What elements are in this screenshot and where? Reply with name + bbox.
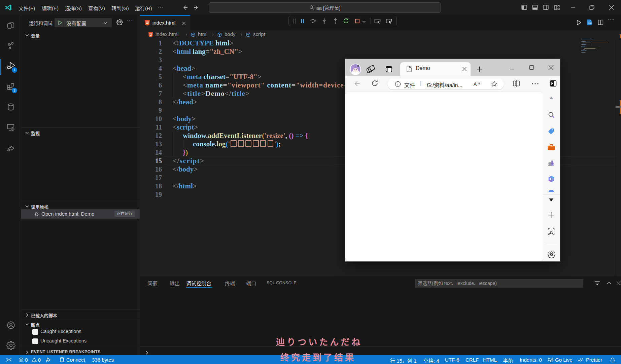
svg-text:A: A	[474, 81, 477, 87]
svg-text:PHP: PHP	[588, 23, 592, 24]
